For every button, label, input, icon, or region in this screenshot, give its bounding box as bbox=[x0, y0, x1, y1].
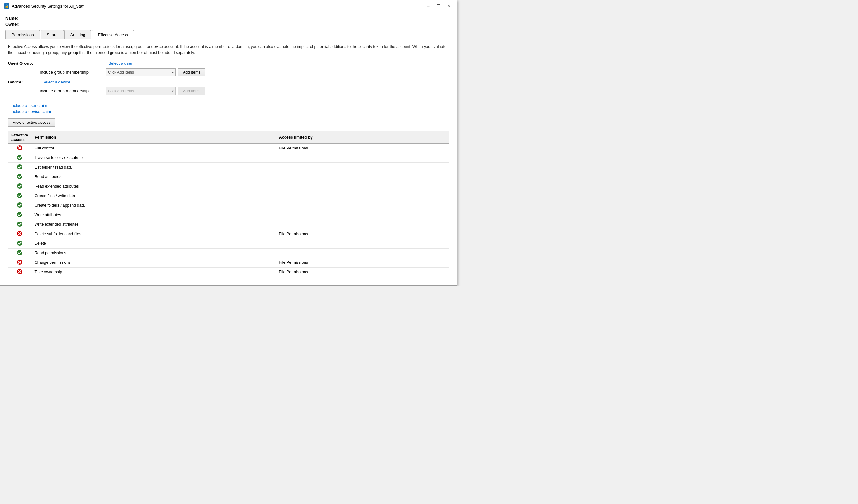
allowed-icon bbox=[17, 214, 22, 218]
allowed-icon bbox=[17, 205, 22, 209]
device-group-select: Click Add items bbox=[106, 87, 176, 95]
access-limited-by-cell: File Permissions bbox=[276, 229, 449, 239]
title-bar-left: 🔒 Advanced Security Settings for All_Sta… bbox=[4, 3, 84, 9]
permission-cell: Delete subfolders and files bbox=[31, 229, 276, 239]
allowed-icon bbox=[17, 243, 22, 247]
denied-icon bbox=[17, 271, 22, 276]
view-access-btn-container: View effective access bbox=[8, 118, 449, 127]
owner-label: Owner: bbox=[5, 22, 25, 27]
col-header-effective-access: Effective access bbox=[8, 131, 31, 144]
table-row: Change permissionsFile Permissions bbox=[8, 258, 449, 267]
device-row: Device: Select a device bbox=[8, 80, 449, 84]
table-row: Take ownershipFile Permissions bbox=[8, 267, 449, 277]
claims-section: Include a user claim Include a device cl… bbox=[8, 103, 449, 114]
name-row: Name: bbox=[5, 16, 452, 21]
permission-cell: Read extended attributes bbox=[31, 181, 276, 191]
permission-cell: Write extended attributes bbox=[31, 220, 276, 229]
title-bar-controls: 🗕 🗖 ✕ bbox=[424, 3, 453, 9]
allowed-icon bbox=[17, 252, 22, 257]
table-row: Read attributes bbox=[8, 172, 449, 181]
select-device-link[interactable]: Select a device bbox=[42, 80, 70, 84]
permission-cell: Read permissions bbox=[31, 248, 276, 258]
access-limited-by-cell bbox=[276, 210, 449, 220]
owner-value bbox=[25, 22, 26, 27]
access-icon-cell bbox=[8, 181, 31, 191]
device-label: Device: bbox=[8, 80, 40, 84]
denied-icon bbox=[17, 261, 22, 266]
table-row: Write attributes bbox=[8, 210, 449, 220]
window-icon: 🔒 bbox=[4, 3, 9, 9]
table-row: Traverse folder / execute file bbox=[8, 153, 449, 163]
allowed-icon bbox=[17, 157, 22, 161]
tab-permissions[interactable]: Permissions bbox=[5, 30, 40, 39]
access-icon-cell bbox=[8, 163, 31, 172]
access-icon-cell bbox=[8, 144, 31, 153]
tab-bar: Permissions Share Auditing Effective Acc… bbox=[5, 30, 452, 39]
user-group-label: User/ Group: bbox=[8, 61, 40, 66]
permission-cell: Read attributes bbox=[31, 172, 276, 181]
allowed-icon bbox=[17, 195, 22, 199]
access-icon-cell bbox=[8, 210, 31, 220]
owner-row: Owner: bbox=[5, 22, 452, 27]
table-row: Create files / write data bbox=[8, 191, 449, 200]
include-device-claim-link[interactable]: Include a device claim bbox=[11, 109, 449, 114]
user-include-group-label: Include group membership bbox=[40, 70, 103, 75]
permission-cell: Take ownership bbox=[31, 267, 276, 277]
access-limited-by-cell bbox=[276, 200, 449, 210]
maximize-button[interactable]: 🗖 bbox=[434, 3, 443, 9]
permission-cell: Create files / write data bbox=[31, 191, 276, 200]
access-limited-by-cell bbox=[276, 248, 449, 258]
col-header-permission: Permission bbox=[31, 131, 276, 144]
access-limited-by-cell bbox=[276, 163, 449, 172]
section-divider bbox=[8, 99, 449, 99]
access-icon-cell bbox=[8, 191, 31, 200]
denied-icon bbox=[17, 233, 22, 238]
user-include-group-row: Include group membership Click Add items… bbox=[40, 68, 449, 77]
user-add-items-button[interactable]: Add items bbox=[178, 68, 205, 77]
access-limited-by-cell: File Permissions bbox=[276, 267, 449, 277]
access-icon-cell bbox=[8, 229, 31, 239]
access-icon-cell bbox=[8, 248, 31, 258]
include-user-claim-link[interactable]: Include a user claim bbox=[11, 103, 449, 108]
close-button[interactable]: ✕ bbox=[444, 3, 453, 9]
tab-share[interactable]: Share bbox=[41, 30, 64, 39]
denied-icon bbox=[17, 147, 22, 152]
col-header-access-limited-by: Access limited by bbox=[276, 131, 449, 144]
select-user-link[interactable]: Select a user bbox=[108, 61, 132, 66]
access-icon-cell bbox=[8, 153, 31, 163]
device-include-group-label: Include group membership bbox=[40, 88, 103, 93]
minimize-button[interactable]: 🗕 bbox=[424, 3, 433, 9]
effective-access-panel: Effective Access allows you to view the … bbox=[5, 39, 452, 281]
permission-cell: Change permissions bbox=[31, 258, 276, 267]
table-row: Delete bbox=[8, 239, 449, 248]
window-content: Name: Owner: Permissions Share Auditing … bbox=[0, 12, 457, 285]
permission-cell: Traverse folder / execute file bbox=[31, 153, 276, 163]
allowed-icon bbox=[17, 224, 22, 228]
view-effective-access-button[interactable]: View effective access bbox=[8, 118, 55, 127]
access-limited-by-cell bbox=[276, 153, 449, 163]
table-row: Delete subfolders and filesFile Permissi… bbox=[8, 229, 449, 239]
access-limited-by-cell bbox=[276, 239, 449, 248]
table-row: Read extended attributes bbox=[8, 181, 449, 191]
allowed-icon bbox=[17, 176, 22, 180]
access-icon-cell bbox=[8, 239, 31, 248]
access-limited-by-cell: File Permissions bbox=[276, 258, 449, 267]
tab-effective-access[interactable]: Effective Access bbox=[92, 30, 134, 39]
access-limited-by-cell bbox=[276, 181, 449, 191]
user-group-select-wrapper: Click Add items bbox=[106, 68, 176, 77]
access-icon-cell bbox=[8, 267, 31, 277]
effective-access-table: Effective access Permission Access limit… bbox=[8, 131, 449, 277]
permission-cell: Create folders / append data bbox=[31, 200, 276, 210]
access-icon-cell bbox=[8, 220, 31, 229]
permission-cell: List folder / read data bbox=[31, 163, 276, 172]
tab-auditing[interactable]: Auditing bbox=[64, 30, 92, 39]
effective-access-description: Effective Access allows you to view the … bbox=[8, 44, 449, 56]
device-include-group-row: Include group membership Click Add items… bbox=[40, 87, 449, 95]
user-group-select[interactable]: Click Add items bbox=[106, 68, 176, 77]
name-label: Name: bbox=[5, 16, 25, 21]
device-add-items-button: Add items bbox=[178, 87, 205, 95]
title-bar: 🔒 Advanced Security Settings for All_Sta… bbox=[0, 0, 457, 12]
allowed-icon bbox=[17, 185, 22, 190]
access-limited-by-cell bbox=[276, 191, 449, 200]
table-row: Create folders / append data bbox=[8, 200, 449, 210]
